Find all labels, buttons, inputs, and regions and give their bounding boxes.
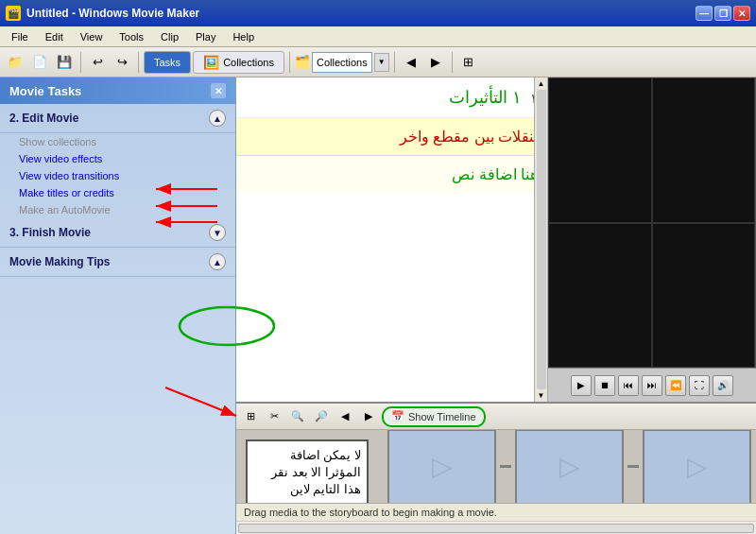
toolbar-separator-3 [289, 52, 290, 73]
arabic-area: ١ ١ التأثيرات تنقلات بين مقطع واخر هنا ا… [236, 78, 548, 402]
edit-movie-links: Show collections View video effects View… [0, 133, 235, 218]
section-tips: Movie Making Tips ▲ [0, 248, 235, 277]
vertical-scrollbar[interactable]: ▲ ▼ [534, 78, 547, 402]
frame-2-box[interactable]: ▷ [515, 430, 624, 503]
sb-zoom-in-btn[interactable]: 🔍 [287, 406, 308, 427]
minimize-button[interactable]: — [696, 6, 713, 21]
frame-3-box[interactable]: ▷ [643, 430, 751, 503]
menu-tools[interactable]: Tools [112, 29, 151, 44]
tasks-tab-label: Tasks [154, 57, 180, 68]
storyboard-area: ⊞ ✂ 🔍 🔎 ◀ ▶ 📅 Show Timeline لا يمكن اضاف… [236, 402, 756, 534]
main-area: Movie Tasks ✕ 2. Edit Movie ▲ Show colle… [0, 78, 756, 534]
menu-view[interactable]: View [73, 29, 111, 44]
sb-zoom-out-btn[interactable]: 🔎 [311, 406, 332, 427]
prev-frame-button[interactable]: ⏮ [618, 375, 639, 396]
title-bar-left: 🎬 Untitled - Windows Movie Maker [6, 6, 199, 21]
menu-clip[interactable]: Clip [153, 29, 186, 44]
make-titles-link[interactable]: Make titles or credits [0, 184, 235, 201]
sb-prev-btn[interactable]: ◀ [335, 406, 355, 427]
preview-grid [548, 78, 756, 368]
menu-play[interactable]: Play [188, 29, 223, 44]
menu-edit[interactable]: Edit [38, 29, 71, 44]
section-tips-label: Movie Making Tips [9, 255, 110, 268]
volume-button[interactable]: 🔊 [713, 375, 733, 396]
toolbar-separator-2 [138, 52, 139, 73]
collections-tab-1[interactable]: 🖼️ Collections [193, 51, 284, 74]
show-collections-link[interactable]: Show collections [0, 133, 235, 150]
center-area: ١ ١ التأثيرات تنقلات بين مقطع واخر هنا ا… [236, 78, 756, 534]
frame-3-arrow: ▷ [687, 451, 708, 482]
redo-button[interactable]: ↪ [111, 51, 133, 74]
collections-tab-1-label: Collections [223, 57, 274, 68]
forward-button[interactable]: ▶ [424, 51, 447, 74]
preview-panel: ▶ ⏹ ⏮ ⏭ ⏪ ⛶ 🔊 [548, 78, 756, 402]
close-button[interactable]: ✕ [733, 6, 750, 21]
open-button[interactable]: 📄 [28, 51, 51, 74]
frame-1-box[interactable]: ▷ [387, 430, 496, 503]
collections-combobox-value: Collections [317, 57, 368, 68]
show-timeline-icon: 📅 [391, 410, 404, 422]
collections-combobox[interactable]: Collections [312, 52, 372, 73]
undo-button[interactable]: ↩ [86, 51, 109, 74]
storyboard-toolbar: ⊞ ✂ 🔍 🔎 ◀ ▶ 📅 Show Timeline [236, 404, 756, 430]
section-finish-movie: 3. Finish Movie ▼ [0, 218, 235, 248]
title-bar: 🎬 Untitled - Windows Movie Maker — ❐ ✕ [0, 0, 756, 26]
menu-file[interactable]: File [4, 29, 36, 44]
scrollbar-track[interactable] [238, 524, 754, 533]
toolbar: 📁 📄 💾 ↩ ↪ Tasks 🖼️ Collections 🗂️ Collec… [0, 47, 756, 78]
show-timeline-button[interactable]: 📅 Show Timeline [382, 406, 486, 427]
preview-controls: ▶ ⏹ ⏮ ⏭ ⏪ ⛶ 🔊 [548, 368, 756, 402]
new-button[interactable]: 📁 [4, 51, 26, 74]
horizontal-scrollbar[interactable] [236, 521, 756, 534]
view-video-effects-link[interactable]: View video effects [0, 150, 235, 167]
content-row: ١ ١ التأثيرات تنقلات بين مقطع واخر هنا ا… [236, 78, 756, 402]
app-window: 🎬 Untitled - Windows Movie Maker — ❐ ✕ F… [0, 0, 756, 534]
fullscreen-button[interactable]: ⛶ [689, 375, 710, 396]
frame-connector-1 [500, 465, 511, 468]
sb-next-btn[interactable]: ▶ [358, 406, 379, 427]
section-edit-movie-label: 2. Edit Movie [9, 112, 78, 125]
show-timeline-label: Show Timeline [408, 411, 476, 422]
preview-cell-4 [652, 223, 756, 369]
section-edit-expand[interactable]: ▲ [209, 110, 226, 127]
storyboard-frames: لا يمكن اضافة المؤثرا الا بعد نقر هذا ال… [236, 430, 756, 503]
arabic-text-3: هنا اضافة نص [236, 156, 547, 193]
save-button[interactable]: 💾 [53, 51, 76, 74]
preview-screen [548, 78, 756, 368]
app-icon: 🎬 [6, 6, 21, 21]
preview-cell-2 [652, 78, 756, 223]
frame-1-arrow: ▷ [432, 451, 453, 482]
left-panel: Movie Tasks ✕ 2. Edit Movie ▲ Show colle… [0, 78, 236, 534]
window-title: Untitled - Windows Movie Maker [26, 7, 199, 20]
grid-button[interactable]: ⊞ [457, 51, 480, 74]
rewind-button[interactable]: ⏪ [665, 375, 686, 396]
play-button[interactable]: ▶ [571, 375, 592, 396]
stop-button[interactable]: ⏹ [594, 375, 615, 396]
title-controls: — ❐ ✕ [696, 6, 750, 21]
next-frame-button[interactable]: ⏭ [642, 375, 662, 396]
arabic-text-2: تنقلات بين مقطع واخر [236, 118, 547, 156]
panel-header: Movie Tasks ✕ [0, 78, 235, 104]
frame-connector-2 [627, 465, 639, 468]
section-tips-expand[interactable]: ▲ [209, 253, 226, 270]
toolbar-separator-5 [452, 52, 453, 73]
preview-cell-1 [548, 78, 652, 223]
frame-2-arrow: ▷ [559, 451, 580, 482]
section-finish-expand[interactable]: ▼ [209, 224, 226, 241]
collections-dropdown-button[interactable]: ▼ [374, 53, 389, 72]
menu-help[interactable]: Help [225, 29, 262, 44]
view-video-transitions-link[interactable]: View video transitions [0, 167, 235, 184]
make-automovie-link[interactable]: Make an AutoMovie [0, 201, 235, 218]
restore-button[interactable]: ❐ [714, 6, 731, 21]
menu-bar: File Edit View Tools Clip Play Help [0, 26, 756, 47]
preview-cell-3 [548, 223, 652, 369]
sb-scissors-btn[interactable]: ✂ [264, 406, 284, 427]
arabic-callout: لا يمكن اضافة المؤثرا الا بعد نقر هذا ال… [246, 439, 369, 503]
section-finish-movie-label: 3. Finish Movie [9, 226, 91, 239]
sb-grid-btn[interactable]: ⊞ [240, 406, 261, 427]
panel-close-button[interactable]: ✕ [211, 83, 226, 98]
tasks-tab[interactable]: Tasks [144, 51, 191, 74]
storyboard-frame-3: ▷ [643, 430, 751, 503]
back-button[interactable]: ◀ [400, 51, 422, 74]
toolbar-separator-1 [80, 52, 81, 73]
